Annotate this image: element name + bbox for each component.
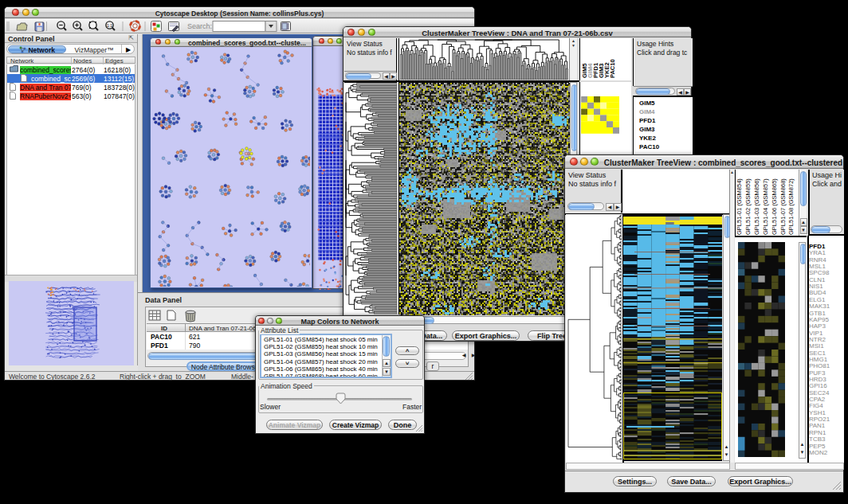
svg-text:GPL51-06 (GSM865): GPL51-06 (GSM865): [771, 178, 778, 235]
svg-text:Search:: Search:: [187, 22, 212, 30]
svg-text:GPL51-03 (GSM856): GPL51-03 (GSM856): [753, 178, 760, 235]
svg-text:GPL51-08 (GSM872): GPL51-08 (GSM872): [787, 178, 795, 235]
svg-text:1:1: 1:1: [107, 23, 112, 28]
svg-text:GPL51-01 (GSM854): GPL51-01 (GSM854): [736, 178, 743, 235]
svg-text:GPL51-02 (GSM855): GPL51-02 (GSM855): [744, 178, 752, 235]
svg-text:PAC10: PAC10: [609, 59, 616, 78]
svg-text:GPL51-07 (GSM868): GPL51-07 (GSM868): [779, 178, 787, 235]
svg-text:GPL51-04 (GSM857): GPL51-04 (GSM857): [762, 178, 769, 235]
